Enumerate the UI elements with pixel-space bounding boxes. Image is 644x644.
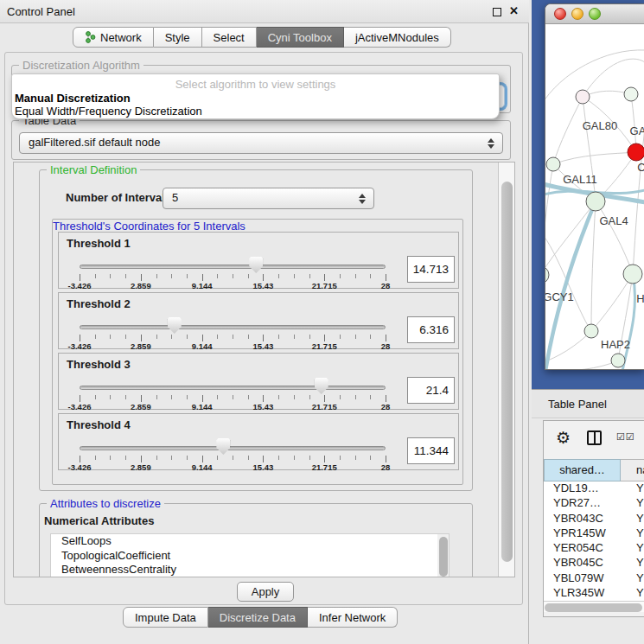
close-icon[interactable]: ✕ xyxy=(509,4,519,17)
slider-track[interactable] xyxy=(80,265,386,269)
table-row[interactable]: YER054CYER0 xyxy=(544,541,644,556)
tab-discretize-data[interactable]: Discretize Data xyxy=(208,607,308,628)
table-row[interactable]: YDL19…YDL1 xyxy=(544,481,644,496)
tick-label: 21.715 xyxy=(298,281,350,290)
network-edge[interactable] xyxy=(553,97,583,164)
scrollbar-thumb[interactable] xyxy=(439,537,448,577)
network-node-hap2[interactable] xyxy=(584,324,598,338)
mac-close-icon[interactable] xyxy=(554,8,566,20)
network-edge[interactable] xyxy=(554,360,618,370)
cell-name[interactable]: YBL0 xyxy=(621,571,644,586)
tick-mark xyxy=(202,335,203,341)
float-window-icon[interactable] xyxy=(493,8,501,16)
tab-infer-network[interactable]: Infer Network xyxy=(308,607,398,628)
mac-minimize-icon[interactable] xyxy=(571,8,583,20)
cell-name[interactable]: YDR2 xyxy=(621,496,644,511)
cell-shared-name[interactable]: YDL19… xyxy=(544,481,621,496)
tick-mark xyxy=(156,335,157,339)
tab-style[interactable]: Style xyxy=(154,27,202,48)
network-node-gal80[interactable] xyxy=(576,90,590,104)
tab-cyni-toolbox[interactable]: Cyni Toolbox xyxy=(257,27,344,48)
mac-zoom-icon[interactable] xyxy=(589,8,601,20)
table-row[interactable]: YDR27…YDR2 xyxy=(544,496,644,511)
network-edge-highlighted[interactable] xyxy=(622,274,635,370)
network-edge-highlighted[interactable] xyxy=(545,201,596,370)
dropdown-item-manual-discretization[interactable]: Manual Discretization xyxy=(15,92,131,105)
threshold-2-slider[interactable]: -3.4262.8599.14415.4321.71528 xyxy=(80,293,386,350)
list-scrollbar[interactable] xyxy=(437,534,449,577)
slider-track[interactable] xyxy=(80,446,386,450)
network-node-ga[interactable] xyxy=(624,87,638,101)
slider-thumb[interactable] xyxy=(249,257,263,273)
network-edge[interactable] xyxy=(591,201,596,331)
select-columns-icon[interactable]: ☑☑ xyxy=(616,431,635,443)
group-title: Threshold's Coordinates for 5 Intervals xyxy=(53,220,245,233)
dropdown-item-equal-width-frequency[interactable]: Equal Width/Frequency Discretization xyxy=(15,105,202,118)
cell-shared-name[interactable]: YER054C xyxy=(544,541,621,556)
attribute-item[interactable]: SelfLoops xyxy=(51,534,449,549)
scrollbar-thumb[interactable] xyxy=(501,182,513,562)
attribute-item[interactable]: BetweennessCentrality xyxy=(51,563,449,577)
threshold-value-field[interactable]: 14.713 xyxy=(407,256,455,283)
cell-name[interactable]: YLR3 xyxy=(621,586,644,601)
table-data-combobox[interactable]: galFiltered.sif default node xyxy=(19,132,503,154)
scrollbar-thumb[interactable] xyxy=(545,603,642,612)
slider-track[interactable] xyxy=(80,386,386,390)
threshold-value-field[interactable]: 21.4 xyxy=(407,377,455,404)
column-header-shared-name[interactable]: shared… xyxy=(544,459,621,481)
cell-shared-name[interactable]: YLR345W xyxy=(544,586,621,601)
table-row[interactable]: YBR045CYBR0 xyxy=(544,556,644,571)
gear-icon[interactable]: ⚙ xyxy=(556,428,571,448)
network-edge[interactable] xyxy=(596,201,633,274)
network-edge[interactable] xyxy=(553,152,636,164)
number-of-intervals-combobox[interactable]: 5 xyxy=(163,188,374,209)
cell-shared-name[interactable]: YPR145W xyxy=(544,526,621,541)
table-row[interactable]: YBL079WYBL0 xyxy=(544,571,644,586)
network-node[interactable] xyxy=(611,354,625,367)
network-window-titlebar[interactable] xyxy=(545,4,644,24)
tick-mark xyxy=(340,274,341,278)
columns-icon[interactable] xyxy=(587,430,602,445)
apply-button[interactable]: Apply xyxy=(237,582,294,602)
threshold-4-slider[interactable]: -3.4262.8599.14415.4321.71528 xyxy=(80,414,386,471)
cell-name[interactable]: YPR1 xyxy=(621,526,644,541)
cell-shared-name[interactable]: YBL079W xyxy=(544,571,621,586)
tab-impute-data[interactable]: Impute Data xyxy=(123,607,208,628)
attribute-item[interactable]: TopologicalCoefficient xyxy=(51,549,449,564)
numerical-attributes-list[interactable]: SelfLoopsTopologicalCoefficientBetweenne… xyxy=(50,533,450,577)
threshold-3-slider[interactable]: -3.4262.8599.14415.4321.71528 xyxy=(80,354,386,411)
network-view-window[interactable]: GAL80GACGAL11GAL4GCY1HHAP2 xyxy=(545,3,644,370)
table-row[interactable]: YLR345WYLR3 xyxy=(544,586,644,601)
column-header-name[interactable]: na xyxy=(621,459,644,481)
network-node-gal11[interactable] xyxy=(546,157,560,171)
network-node-gal4[interactable] xyxy=(586,192,605,211)
cell-name[interactable]: YBR0 xyxy=(621,512,644,526)
network-node-gcy1[interactable] xyxy=(545,266,549,284)
threshold-value-field[interactable]: 6.316 xyxy=(407,316,455,343)
cell-shared-name[interactable]: YDR27… xyxy=(544,496,621,511)
tab-select[interactable]: Select xyxy=(202,27,257,48)
table-row[interactable]: YBR043CYBR0 xyxy=(544,512,644,526)
tick-label: 15.43 xyxy=(237,402,289,411)
slider-thumb[interactable] xyxy=(216,438,230,455)
cell-name[interactable]: YBR0 xyxy=(621,556,644,571)
threshold-value-field[interactable]: 11.344 xyxy=(407,437,455,464)
network-node-h[interactable] xyxy=(623,265,642,284)
cell-shared-name[interactable]: YBR045C xyxy=(544,556,621,571)
cell-name[interactable]: YER0 xyxy=(621,541,644,556)
network-canvas[interactable]: GAL80GACGAL11GAL4GCY1HHAP2 xyxy=(545,24,644,370)
tick-label: -3.426 xyxy=(54,462,105,472)
vertical-scrollbar[interactable] xyxy=(498,163,514,577)
tab-jactivemnodules[interactable]: jActiveMNodules xyxy=(344,27,451,48)
horizontal-scrollbar[interactable] xyxy=(544,601,644,612)
slider-thumb[interactable] xyxy=(168,317,182,334)
threshold-1-slider[interactable]: -3.4262.8599.14415.4321.71528 xyxy=(80,233,386,290)
network-node-c[interactable] xyxy=(628,143,644,161)
tab-network[interactable]: Network xyxy=(73,27,154,48)
cell-name[interactable]: YDL1 xyxy=(621,481,644,496)
slider-track[interactable] xyxy=(80,325,386,329)
network-edge[interactable] xyxy=(591,274,633,331)
table-row[interactable]: YPR145WYPR1 xyxy=(544,526,644,541)
cell-shared-name[interactable]: YBR043C xyxy=(544,512,621,526)
slider-thumb[interactable] xyxy=(315,378,328,394)
